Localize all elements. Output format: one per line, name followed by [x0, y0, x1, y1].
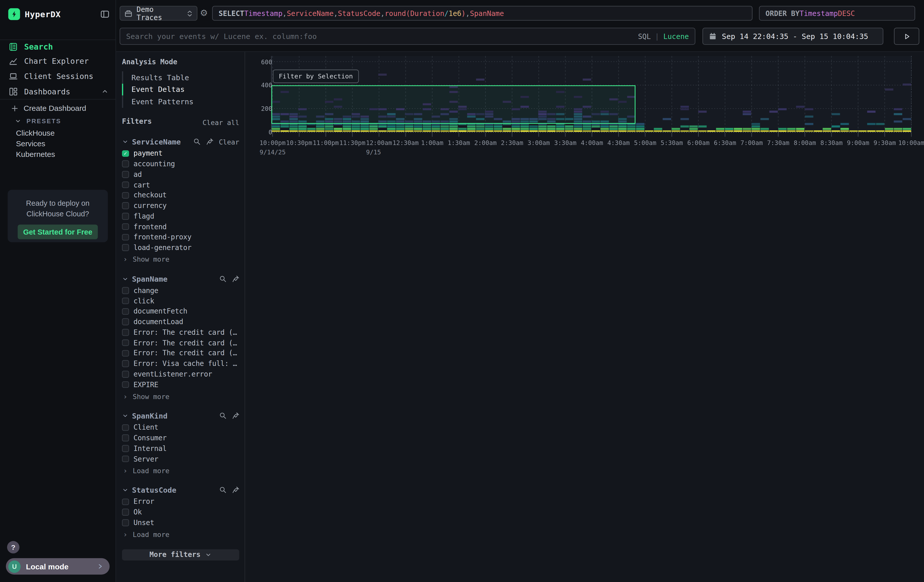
- sidebar-item-dashboards[interactable]: Dashboards: [0, 84, 116, 99]
- checkbox[interactable]: [122, 350, 129, 357]
- help-button[interactable]: ?: [7, 541, 20, 553]
- clear-filter-button[interactable]: Clear: [219, 138, 239, 146]
- search-icon[interactable]: [219, 486, 226, 494]
- more-filters-button[interactable]: More filters: [122, 549, 239, 560]
- chevron-down-icon[interactable]: [122, 275, 129, 282]
- sidebar-item-chart-explorer[interactable]: Chart Explorer: [0, 54, 116, 69]
- checkbox[interactable]: [122, 308, 129, 315]
- filter-checkbox-row[interactable]: Client: [122, 422, 239, 433]
- checkbox[interactable]: [122, 434, 129, 441]
- filter-checkbox-row[interactable]: accounting: [122, 159, 239, 169]
- pin-icon[interactable]: [206, 138, 214, 145]
- checkbox[interactable]: [122, 509, 129, 516]
- checkbox[interactable]: [122, 298, 129, 304]
- filter-checkbox-row[interactable]: Error: The credit card (…: [122, 338, 239, 348]
- chevron-down-icon[interactable]: [122, 412, 129, 419]
- lucene-mode-button[interactable]: Lucene: [663, 32, 689, 41]
- filter-by-selection-button[interactable]: Filter by Selection: [273, 69, 359, 83]
- show-more-button[interactable]: ›Show more: [122, 391, 239, 402]
- pin-icon[interactable]: [232, 412, 239, 420]
- get-started-button[interactable]: Get Started for Free: [18, 224, 98, 239]
- filter-checkbox-row[interactable]: Unset: [122, 518, 239, 528]
- create-dashboard-button[interactable]: Create Dashboard: [11, 104, 110, 113]
- filter-checkbox-row[interactable]: documentLoad: [122, 317, 239, 327]
- preset-clickhouse[interactable]: ClickHouse: [16, 127, 110, 138]
- checkbox[interactable]: [122, 424, 129, 431]
- orderby-query-input[interactable]: ORDER BY Timestamp DESC: [759, 6, 915, 20]
- filter-checkbox-row[interactable]: Error: Visa cache full: …: [122, 359, 239, 369]
- search-icon[interactable]: [219, 412, 226, 420]
- checkbox[interactable]: [122, 244, 129, 251]
- filter-checkbox-row[interactable]: Error: The credit card (…: [122, 348, 239, 358]
- checkbox[interactable]: [122, 498, 129, 505]
- filter-checkbox-row[interactable]: cart: [122, 180, 239, 190]
- filter-checkbox-row[interactable]: Server: [122, 454, 239, 464]
- select-query-input[interactable]: SELECT Timestamp, ServiceName, StatusCod…: [212, 6, 752, 20]
- chevron-down-icon[interactable]: [122, 138, 129, 145]
- filter-checkbox-row[interactable]: change: [122, 285, 239, 295]
- filter-checkbox-row[interactable]: documentFetch: [122, 306, 239, 317]
- filter-checkbox-row[interactable]: load-generator: [122, 242, 239, 253]
- user-menu[interactable]: U Local mode: [6, 558, 110, 575]
- checkbox[interactable]: [122, 445, 129, 452]
- sidebar-item-client-sessions[interactable]: Client Sessions: [0, 69, 116, 84]
- show-more-button[interactable]: ›Show more: [122, 254, 239, 265]
- filter-checkbox-row[interactable]: Error: The credit card (…: [122, 327, 239, 338]
- time-range-picker[interactable]: Sep 14 22:04:35 - Sep 15 10:04:35: [702, 28, 883, 45]
- checkbox[interactable]: [122, 318, 129, 325]
- load-more-button[interactable]: ›Load more: [122, 529, 239, 540]
- analysis-mode-option[interactable]: Event Deltas: [122, 84, 239, 96]
- filter-checkbox-row[interactable]: flagd: [122, 211, 239, 221]
- checkbox[interactable]: [122, 339, 129, 346]
- clear-all-button[interactable]: Clear all: [202, 118, 239, 127]
- checkbox[interactable]: ✓: [122, 150, 129, 157]
- filter-checkbox-row[interactable]: frontend-proxy: [122, 232, 239, 242]
- filter-checkbox-row[interactable]: frontend: [122, 221, 239, 232]
- filter-checkbox-row[interactable]: Ok: [122, 507, 239, 518]
- analysis-mode-option[interactable]: Results Table: [122, 71, 239, 84]
- checkbox[interactable]: [122, 234, 129, 241]
- source-select[interactable]: Demo Traces: [120, 6, 197, 20]
- run-query-button[interactable]: [894, 28, 919, 45]
- pin-icon[interactable]: [232, 486, 239, 494]
- preset-kubernetes[interactable]: Kubernetes: [16, 149, 110, 160]
- search-icon[interactable]: [219, 275, 226, 282]
- duration-heatmap-canvas[interactable]: [245, 53, 917, 142]
- checkbox[interactable]: [122, 181, 129, 188]
- filter-checkbox-row[interactable]: EXPIRE: [122, 379, 239, 390]
- pin-icon[interactable]: [232, 275, 239, 282]
- sidebar-collapse-icon[interactable]: [100, 9, 110, 19]
- hyperdx-logo-icon[interactable]: [8, 8, 20, 20]
- checkbox[interactable]: [122, 455, 129, 462]
- checkbox[interactable]: [122, 203, 129, 209]
- checkbox[interactable]: [122, 360, 129, 367]
- filter-checkbox-row[interactable]: ✓payment: [122, 148, 239, 159]
- load-more-button[interactable]: ›Load more: [122, 465, 239, 476]
- checkbox[interactable]: [122, 171, 129, 178]
- filter-checkbox-row[interactable]: ad: [122, 169, 239, 180]
- checkbox[interactable]: [122, 329, 129, 336]
- gear-icon[interactable]: ⚙: [199, 7, 209, 20]
- preset-services[interactable]: Services: [16, 138, 110, 149]
- checkbox[interactable]: [122, 192, 129, 199]
- filter-checkbox-row[interactable]: Internal: [122, 443, 239, 453]
- filter-checkbox-row[interactable]: eventListener.error: [122, 369, 239, 379]
- checkbox[interactable]: [122, 223, 129, 230]
- sql-mode-button[interactable]: SQL: [638, 32, 651, 41]
- search-input[interactable]: Search your events w/ Lucene ex. column:…: [120, 28, 696, 45]
- checkbox[interactable]: [122, 381, 129, 388]
- checkbox[interactable]: [122, 519, 129, 526]
- checkbox[interactable]: [122, 371, 129, 378]
- filter-checkbox-row[interactable]: checkout: [122, 190, 239, 200]
- analysis-mode-option[interactable]: Event Patterns: [122, 96, 239, 107]
- search-icon[interactable]: [193, 138, 201, 145]
- sidebar-item-search[interactable]: Search: [0, 40, 116, 53]
- presets-toggle[interactable]: PRESETS: [15, 117, 110, 124]
- checkbox[interactable]: [122, 160, 129, 167]
- checkbox[interactable]: [122, 287, 129, 294]
- filter-checkbox-row[interactable]: Error: [122, 496, 239, 507]
- chevron-down-icon[interactable]: [122, 487, 129, 493]
- checkbox[interactable]: [122, 213, 129, 220]
- filter-checkbox-row[interactable]: currency: [122, 200, 239, 211]
- filter-checkbox-row[interactable]: Consumer: [122, 433, 239, 443]
